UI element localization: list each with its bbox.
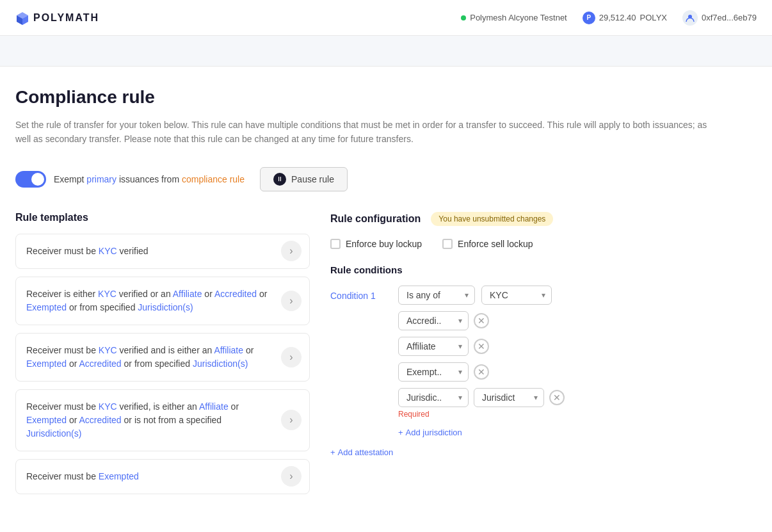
exempt-toggle[interactable] bbox=[15, 171, 46, 188]
exempt-wrap: Exempt.. bbox=[398, 362, 469, 382]
condition-right: Is any of KYC Accredi. bbox=[398, 286, 565, 437]
affiliate-row: Affiliate ✕ bbox=[398, 337, 565, 356]
wallet-address: 0xf7ed...6eb79 bbox=[702, 13, 757, 22]
add-jurisdiction-link[interactable]: + Add jurisdiction bbox=[398, 428, 565, 437]
add-attestation-link[interactable]: + Add attestation bbox=[330, 447, 757, 457]
condition-block-1: Condition 1 Is any of KYC bbox=[330, 286, 757, 437]
affiliate-select[interactable]: Affiliate bbox=[398, 337, 469, 356]
network-badge: Polymesh Alcyone Testnet bbox=[461, 13, 567, 22]
exempt-toggle-wrap: Exempt primary issuances from compliance… bbox=[15, 171, 245, 188]
logo-text: POLYMATH bbox=[33, 12, 99, 24]
add-jurisdiction-label: Add jurisdiction bbox=[406, 428, 462, 437]
main-content: Compliance rule Set the rule of transfer… bbox=[0, 67, 772, 522]
add-jurisdiction-plus: + bbox=[398, 428, 403, 437]
enforce-sell-lockup-label: Enforce sell lockup bbox=[458, 239, 533, 249]
jurisdiction-inner: Jurisdic.. Jurisdict ✕ bbox=[398, 388, 565, 407]
left-panel: Rule templates Receiver must be KYC veri… bbox=[15, 212, 310, 502]
accredi-wrap: Accredi.. bbox=[398, 311, 469, 330]
template-text-1: Receiver must be KYC verified bbox=[26, 245, 278, 258]
templates-title: Rule templates bbox=[15, 212, 310, 223]
template-card-5[interactable]: Receiver must be Exempted › bbox=[15, 459, 310, 494]
template-text-3: Receiver must be KYC verified and is eit… bbox=[26, 344, 278, 371]
add-attestation-label: Add attestation bbox=[338, 447, 394, 457]
header-right: Polymesh Alcyone Testnet P 29,512.40 POL… bbox=[461, 10, 757, 26]
kyc-select[interactable]: KYC bbox=[481, 286, 552, 305]
template-text-4: Receiver must be KYC verified, is either… bbox=[26, 400, 278, 440]
is-any-of-wrap: Is any of bbox=[398, 286, 475, 305]
controls-row: Exempt primary issuances from compliance… bbox=[15, 167, 757, 191]
template-card-1[interactable]: Receiver must be KYC verified › bbox=[15, 234, 310, 269]
pause-rule-button[interactable]: ⏸ Pause rule bbox=[260, 167, 348, 191]
exempt-select[interactable]: Exempt.. bbox=[398, 362, 469, 382]
condition-top-row: Is any of KYC bbox=[398, 286, 565, 305]
network-dot bbox=[461, 15, 466, 20]
unsubmitted-badge: You have unsubmitted changes bbox=[431, 212, 553, 226]
right-panel: Rule configuration You have unsubmitted … bbox=[330, 212, 757, 502]
template-arrow-1: › bbox=[281, 241, 302, 261]
remove-affiliate-button[interactable]: ✕ bbox=[474, 339, 489, 354]
polyx-icon: P bbox=[583, 12, 595, 24]
top-bar bbox=[0, 36, 772, 67]
pause-icon: ⏸ bbox=[273, 173, 286, 186]
required-text: Required bbox=[398, 410, 430, 419]
jurisdic-select[interactable]: Jurisdic.. bbox=[398, 388, 469, 407]
remove-accredi-button[interactable]: ✕ bbox=[474, 313, 489, 328]
pause-button-label: Pause rule bbox=[291, 174, 334, 184]
condition-label: Condition 1 bbox=[330, 286, 388, 301]
exempt-row: Exempt.. ✕ bbox=[398, 362, 565, 382]
polyx-badge: P 29,512.40 POLYX bbox=[583, 12, 667, 24]
enforce-buy-lockup-checkbox[interactable] bbox=[330, 239, 341, 249]
header: POLYMATH Polymesh Alcyone Testnet P 29,5… bbox=[0, 0, 772, 36]
is-any-of-select[interactable]: Is any of bbox=[398, 286, 475, 305]
enforce-buy-lockup-wrap[interactable]: Enforce buy lockup bbox=[330, 239, 422, 249]
template-arrow-4: › bbox=[281, 410, 302, 430]
jurisdic-wrap: Jurisdic.. bbox=[398, 388, 469, 407]
template-arrow-3: › bbox=[281, 347, 302, 367]
template-arrow-5: › bbox=[281, 466, 302, 487]
template-arrow-2: › bbox=[281, 291, 302, 311]
enforce-buy-lockup-label: Enforce buy lockup bbox=[346, 239, 422, 249]
accredi-select[interactable]: Accredi.. bbox=[398, 311, 469, 330]
exempt-label: Exempt primary issuances from compliance… bbox=[54, 174, 245, 184]
page-description: Set the rule of transfer for your token … bbox=[15, 118, 720, 147]
accredi-row: Accredi.. ✕ bbox=[398, 311, 565, 330]
remove-jurisdiction-button[interactable]: ✕ bbox=[549, 390, 565, 405]
jurisdict-value-wrap: Jurisdict bbox=[474, 388, 544, 407]
config-header: Rule configuration You have unsubmitted … bbox=[330, 212, 757, 226]
template-card-3[interactable]: Receiver must be KYC verified and is eit… bbox=[15, 333, 310, 382]
enforce-sell-lockup-checkbox[interactable] bbox=[442, 239, 453, 249]
template-card-2[interactable]: Receiver is either KYC verified or an Af… bbox=[15, 277, 310, 325]
remove-exempt-button[interactable]: ✕ bbox=[474, 364, 489, 380]
balance-amount: 29,512.40 bbox=[599, 13, 636, 22]
wallet-badge: 0xf7ed...6eb79 bbox=[682, 10, 757, 26]
jurisdict-value-select[interactable]: Jurisdict bbox=[474, 388, 544, 407]
two-col-layout: Rule templates Receiver must be KYC veri… bbox=[15, 212, 757, 502]
affiliate-wrap: Affiliate bbox=[398, 337, 469, 356]
balance-currency: POLYX bbox=[640, 13, 667, 22]
template-card-4[interactable]: Receiver must be KYC verified, is either… bbox=[15, 389, 310, 451]
conditions-title: Rule conditions bbox=[330, 264, 757, 275]
polymath-logo-icon bbox=[15, 11, 29, 25]
add-attestation-plus: + bbox=[330, 447, 335, 457]
lockup-row: Enforce buy lockup Enforce sell lockup bbox=[330, 239, 757, 249]
jurisdiction-row: Jurisdic.. Jurisdict ✕ Required bbox=[398, 388, 565, 419]
wallet-icon bbox=[682, 10, 698, 26]
page-title: Compliance rule bbox=[15, 87, 757, 108]
enforce-sell-lockup-wrap[interactable]: Enforce sell lockup bbox=[442, 239, 533, 249]
logo: POLYMATH bbox=[15, 11, 99, 25]
template-text-2: Receiver is either KYC verified or an Af… bbox=[26, 287, 278, 314]
network-label: Polymesh Alcyone Testnet bbox=[470, 13, 567, 22]
config-title: Rule configuration bbox=[330, 213, 421, 225]
template-text-5: Receiver must be Exempted bbox=[26, 470, 278, 483]
kyc-tag-wrap: KYC bbox=[481, 286, 552, 305]
